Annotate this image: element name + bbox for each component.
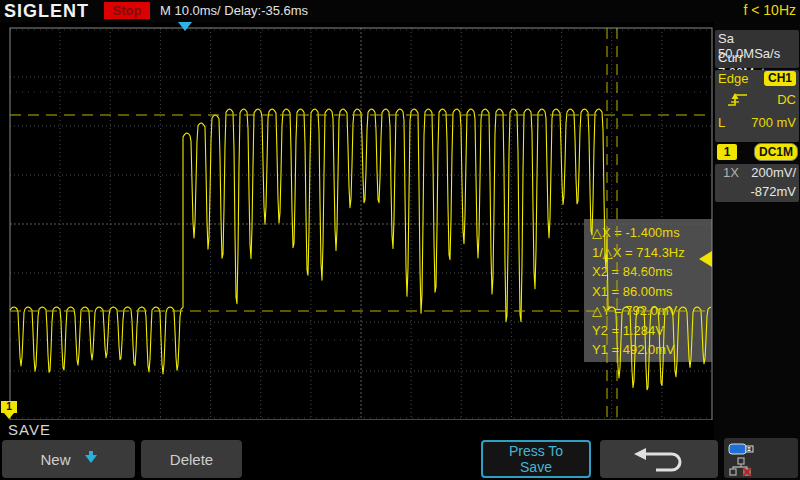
run-state-badge[interactable]: Stop: [104, 2, 150, 19]
y1-readout: Y1 = 492.0mV: [592, 340, 712, 360]
sidebar: Sa 50.0MSa/s Curr 7.00Mpts Edge CH1 DC L…: [714, 22, 800, 480]
trigger-mode-label: Edge: [718, 71, 748, 86]
x2-readout: X2 = 84.60ms: [592, 262, 712, 282]
delete-button-label: Delete: [170, 451, 213, 468]
channel1-badges-row[interactable]: 1 DC1M: [715, 143, 799, 163]
trigger-position-marker[interactable]: [178, 22, 192, 31]
oscilloscope-screen: SIGLENT Stop M 10.0ms/ Delay:-35.6ms f <…: [0, 0, 800, 480]
inv-delta-x-readout: 1/△X = 714.3Hz: [592, 243, 712, 263]
trigger-level-label: L: [718, 115, 725, 130]
cursor-readout-panel: △X = -1.400ms 1/△X = 714.3Hz X2 = 84.60m…: [584, 219, 712, 362]
channel1-ground-marker[interactable]: 1: [1, 401, 17, 413]
sample-rate: Sa 50.0MSa/s: [715, 30, 799, 49]
delta-y-readout: △Y = 792.0mV: [592, 301, 712, 321]
channel1-coupling-badge[interactable]: DC1M: [754, 143, 798, 161]
y2-readout: Y2 = 1.284V: [592, 321, 712, 341]
new-button-label: New: [40, 451, 70, 468]
trigger-panel[interactable]: Edge CH1 DC L 700 mV: [715, 70, 799, 142]
top-status-bar: SIGLENT Stop M 10.0ms/ Delay:-35.6ms f <…: [0, 0, 800, 22]
trigger-level-value: 700 mV: [751, 115, 796, 130]
save-button-line2: Save: [520, 459, 552, 475]
new-button[interactable]: New: [2, 440, 135, 478]
x1-readout: X1 = 86.00ms: [592, 282, 712, 302]
back-button[interactable]: [600, 440, 718, 478]
channel1-panel: 1X 200mV/ -872mV: [715, 164, 799, 202]
acquisition-panel: Sa 50.0MSa/s Curr 7.00Mpts: [715, 30, 799, 68]
brand-logo: SIGLENT: [4, 1, 89, 22]
trigger-coupling: DC: [777, 92, 796, 107]
delta-x-readout: △X = -1.400ms: [592, 223, 712, 243]
rising-edge-icon: [726, 90, 750, 110]
menu-title: SAVE: [8, 421, 51, 438]
volts-per-div: 200mV/: [751, 165, 796, 180]
channel1-number-badge[interactable]: 1: [717, 144, 737, 160]
channel1-offset: -872mV: [750, 184, 796, 199]
probe-attenuation: 1X: [723, 165, 739, 180]
dropdown-arrow-icon: [85, 455, 97, 463]
timebase-readout: M 10.0ms/ Delay:-35.6ms: [160, 3, 308, 18]
delete-button[interactable]: Delete: [141, 440, 242, 478]
memory-depth: Curr 7.00Mpts: [715, 49, 799, 68]
frequency-counter: f < 10Hz: [743, 2, 796, 18]
usb-drive-icon: [728, 441, 758, 457]
press-to-save-button[interactable]: Press To Save: [481, 440, 591, 478]
trigger-source-badge[interactable]: CH1: [764, 71, 796, 86]
return-arrow-icon: [627, 445, 691, 473]
save-button-line1: Press To: [509, 443, 563, 459]
lan-disconnected-icon: [728, 457, 754, 477]
bottom-menu-bar: SAVE New Delete Press To Save: [0, 420, 714, 480]
status-icons-panel: [724, 438, 798, 478]
